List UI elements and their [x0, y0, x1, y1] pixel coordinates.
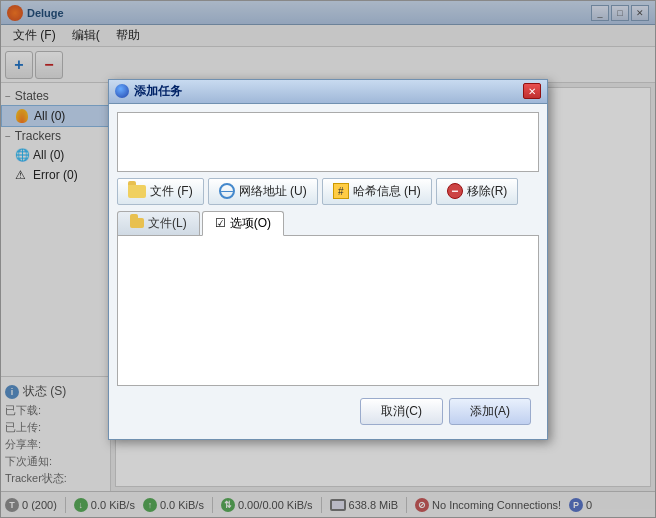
- add-button[interactable]: 添加(A): [449, 398, 531, 425]
- web-address-button[interactable]: 网络地址 (U): [208, 178, 318, 205]
- hash-icon: #: [333, 183, 349, 199]
- web-icon: [219, 183, 235, 199]
- hash-button[interactable]: # 哈希信息 (H): [322, 178, 432, 205]
- dialog-close-button[interactable]: ✕: [523, 83, 541, 99]
- tab-container: 文件(L) ☑ 选项(O): [117, 211, 539, 386]
- dialog-title: 添加任务: [134, 83, 523, 100]
- tab-options[interactable]: ☑ 选项(O): [202, 211, 284, 236]
- dialog-body: 文件 (F) 网络地址 (U) # 哈希信息 (H) −: [109, 104, 547, 439]
- tab-options-label: 选项(O): [230, 215, 271, 232]
- cancel-button[interactable]: 取消(C): [360, 398, 443, 425]
- tab-content-area: [117, 236, 539, 386]
- dialog-title-bar: 添加任务 ✕: [109, 80, 547, 104]
- remove-button[interactable]: − 移除(R): [436, 178, 519, 205]
- action-buttons-row: 文件 (F) 网络地址 (U) # 哈希信息 (H) −: [117, 178, 539, 205]
- hash-button-label: 哈希信息 (H): [353, 183, 421, 200]
- dialog-overlay: 添加任务 ✕ 文件 (F) 网络地址 (U): [0, 0, 656, 518]
- web-button-label: 网络地址 (U): [239, 183, 307, 200]
- folder-tab-icon: [130, 218, 144, 228]
- tab-file-label: 文件(L): [148, 215, 187, 232]
- checkbox-tab-icon: ☑: [215, 216, 226, 230]
- dialog-icon: [115, 84, 129, 98]
- url-input-area[interactable]: [117, 112, 539, 172]
- remove-button-label: 移除(R): [467, 183, 508, 200]
- folder-icon: [128, 185, 146, 198]
- tab-row: 文件(L) ☑ 选项(O): [117, 211, 539, 236]
- add-task-dialog: 添加任务 ✕ 文件 (F) 网络地址 (U): [108, 79, 548, 440]
- dialog-footer: 取消(C) 添加(A): [117, 392, 539, 431]
- file-button-label: 文件 (F): [150, 183, 193, 200]
- minus-circle-icon: −: [447, 183, 463, 199]
- file-button[interactable]: 文件 (F): [117, 178, 204, 205]
- tab-file[interactable]: 文件(L): [117, 211, 200, 235]
